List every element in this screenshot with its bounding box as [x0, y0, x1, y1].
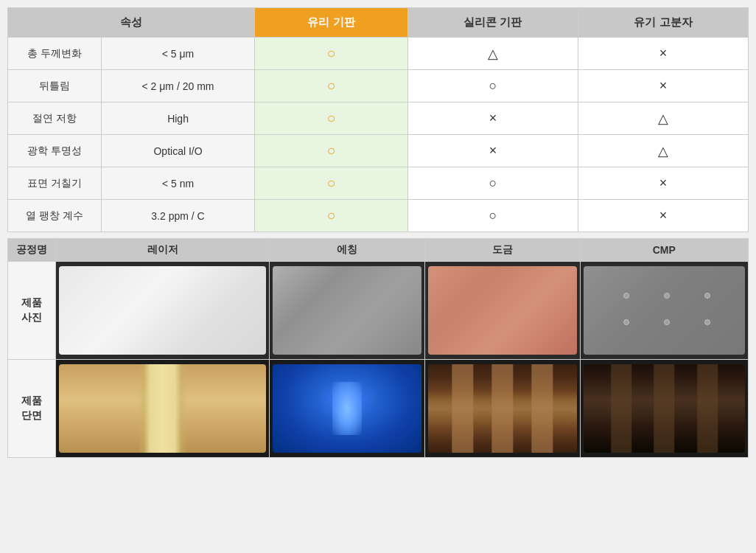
silicon-symbol: △ [407, 38, 578, 70]
bottom-table-wrapper: 공정명 레이저 에칭 도금 CMP 제품 사진 [7, 238, 749, 458]
cmp-dot-1 [623, 293, 629, 299]
silicon-symbol: ○ [407, 167, 578, 200]
product-cross-row: 제품 단면 [8, 360, 749, 458]
plating-photo-cell [424, 262, 580, 360]
plating-col-2 [491, 364, 513, 453]
glass-symbol: ○ [254, 38, 407, 70]
symbol-icon: × [489, 143, 497, 158]
table-row: 뒤틀림 < 2 μm / 20 mm ○ ○ × [8, 70, 749, 102]
etching-glow [332, 382, 362, 435]
table-row: 열 팽창 계수 3.2 ppm / C ○ ○ × [8, 200, 749, 232]
table-row: 광학 투명성 Optical I/O ○ × △ [8, 135, 749, 167]
cmp-cross-cell [580, 360, 748, 458]
value-label: Optical I/O [102, 135, 255, 167]
cmp-dot-5 [664, 319, 670, 325]
property-label: 열 팽창 계수 [8, 200, 102, 232]
etching-product-photo [273, 266, 421, 355]
laser-photo-cell [56, 262, 270, 360]
plating-product-photo [428, 266, 577, 355]
symbol-icon: ○ [489, 78, 497, 93]
cmp-product-photo [584, 266, 745, 355]
property-label: 뒤틀림 [8, 70, 102, 102]
header-row: 속성 유리 기판 실리콘 기판 유기 고분자 [8, 8, 749, 38]
organic-symbol: × [578, 38, 748, 70]
organic-symbol: △ [578, 102, 748, 135]
symbol-icon: × [659, 46, 668, 60]
process-header: 공정명 [8, 239, 56, 262]
silicon-symbol: ○ [407, 200, 578, 232]
header-silicon: 실리콘 기판 [407, 8, 578, 38]
organic-symbol: △ [578, 135, 748, 167]
plating-col-3 [531, 364, 553, 453]
laser-product-photo [59, 266, 266, 355]
silicon-symbol: × [407, 102, 578, 135]
symbol-icon: × [489, 111, 497, 125]
symbol-icon: ○ [326, 110, 335, 126]
symbol-icon: ○ [326, 77, 335, 94]
silicon-symbol: ○ [407, 70, 578, 102]
photo-row-label: 제품 사진 [8, 262, 56, 360]
cmp-col-2 [654, 364, 674, 453]
header-organic: 유기 고분자 [578, 8, 748, 38]
cmp-photo-cell [580, 262, 748, 360]
value-label: High [102, 102, 255, 135]
cmp-dot-3 [704, 293, 710, 299]
laser-cross-cell [56, 360, 270, 458]
symbol-icon: × [659, 175, 668, 190]
symbol-icon: △ [658, 111, 668, 126]
cmp-cross-photo [584, 364, 745, 453]
organic-symbol: × [578, 70, 748, 102]
cross-row-label: 제품 단면 [8, 360, 56, 458]
silicon-symbol: × [407, 135, 578, 167]
plating-header: 도금 [424, 239, 580, 262]
header-glass: 유리 기판 [254, 8, 407, 38]
value-label: < 5 μm [102, 38, 255, 70]
table-row: 절연 저항 High ○ × △ [8, 102, 749, 135]
process-table: 공정명 레이저 에칭 도금 CMP 제품 사진 [7, 238, 749, 458]
glass-symbol: ○ [254, 70, 407, 102]
symbol-icon: ○ [326, 142, 335, 159]
glass-symbol: ○ [254, 200, 407, 232]
symbol-icon: ○ [326, 45, 335, 61]
laser-header: 레이저 [56, 239, 270, 262]
symbol-icon: × [659, 78, 668, 93]
organic-symbol: × [578, 200, 748, 232]
cmp-col-3 [697, 364, 718, 453]
table-body: 총 두께변화 < 5 μm ○ △ × 뒤틀림 < 2 μm / 20 mm ○… [8, 38, 749, 232]
symbol-icon: △ [488, 46, 498, 61]
plating-cross-cell [424, 360, 580, 458]
plating-cross-photo [428, 364, 577, 453]
property-label: 광학 투명성 [8, 135, 102, 167]
organic-symbol: × [578, 167, 748, 200]
symbol-icon: × [659, 208, 668, 223]
etching-cross-photo [273, 364, 421, 453]
cmp-header: CMP [580, 239, 748, 262]
glass-symbol: ○ [254, 102, 407, 135]
cmp-dot-2 [664, 293, 670, 299]
etching-cross-cell [270, 360, 425, 458]
glass-symbol: ○ [254, 167, 407, 200]
table-row: 표면 거칠기 < 5 nm ○ ○ × [8, 167, 749, 200]
process-body: 제품 사진 [8, 262, 749, 458]
value-label: 3.2 ppm / C [102, 200, 255, 232]
symbol-icon: ○ [489, 175, 497, 190]
laser-cross-photo [59, 364, 266, 453]
laser-line-detail [100, 364, 225, 453]
cmp-dot-4 [623, 319, 629, 325]
property-label: 총 두께변화 [8, 38, 102, 70]
cmp-dot-6 [704, 319, 710, 325]
etching-photo-cell [270, 262, 425, 360]
bottom-header-row: 공정명 레이저 에칭 도금 CMP [8, 239, 749, 262]
value-label: < 5 nm [102, 167, 255, 200]
product-photo-row: 제품 사진 [8, 262, 749, 360]
property-label: 절연 저항 [8, 102, 102, 135]
header-property: 속성 [8, 8, 255, 38]
comparison-table: 속성 유리 기판 실리콘 기판 유기 고분자 총 두께변화 < 5 μm ○ △… [7, 7, 749, 232]
cmp-cross-lines [600, 364, 729, 453]
symbol-icon: ○ [326, 207, 335, 223]
cmp-col-1 [611, 364, 631, 453]
value-label: < 2 μm / 20 mm [102, 70, 255, 102]
symbol-icon: ○ [489, 208, 497, 223]
plating-col-1 [452, 364, 473, 453]
etching-header: 에칭 [270, 239, 425, 262]
